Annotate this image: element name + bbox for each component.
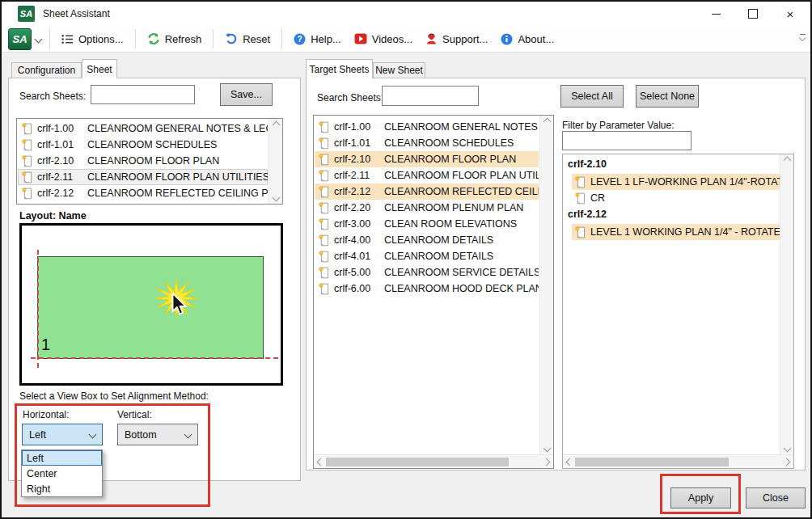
- scroll-up-icon[interactable]: [272, 121, 280, 129]
- toolbar-overflow-icon[interactable]: [797, 34, 807, 40]
- vertical-alignment-select[interactable]: Bottom: [117, 424, 198, 445]
- sheet-assistant-window: SA Sheet Assistant × SA Options...Refres…: [0, 0, 812, 519]
- title-bar: SA Sheet Assistant ×: [2, 2, 810, 26]
- scroll-left-icon[interactable]: [566, 458, 574, 466]
- close-dialog-button[interactable]: Close: [746, 487, 806, 508]
- bottom-alignment-guide: [31, 357, 278, 359]
- sheet-name: CLEANROOM REFLECTED CEILING PLAN: [384, 186, 539, 197]
- toolbar-button-help[interactable]: ?Help...: [287, 30, 348, 49]
- list-item[interactable]: crlf-2.10CLEANROOM FLOOR PLAN: [18, 153, 268, 169]
- list-item[interactable]: crlf-2.11CLEANROOM FLOOR PLAN UTILITIES: [315, 167, 539, 184]
- list-item[interactable]: crlf-2.20CLEANROOM PLENUM PLAN: [315, 200, 539, 216]
- options-list-icon: [61, 33, 74, 45]
- sheet-name: CLEANROOM HOOD DECK PLANS: [384, 283, 539, 294]
- maximize-button[interactable]: [734, 2, 772, 26]
- scroll-up-icon[interactable]: [543, 118, 551, 126]
- select-all-button[interactable]: Select All: [560, 85, 624, 108]
- toolbar-button-videos[interactable]: Videos...: [348, 30, 419, 49]
- horizontal-alignment-select[interactable]: Left: [22, 424, 103, 445]
- scroll-down-icon[interactable]: [272, 194, 280, 202]
- toolbar-button-about[interactable]: About...: [494, 30, 560, 49]
- tree-item-label: CR: [590, 192, 605, 204]
- list-item[interactable]: crlf-1.00CLEANROOM GENERAL NOTES & LEGEN…: [315, 119, 539, 135]
- sheet-name: CLEANROOM SERVICE DETAILS: [384, 267, 539, 278]
- list-item[interactable]: crlf-2.10CLEANROOM FLOOR PLAN: [315, 151, 539, 167]
- sheet-icon: [318, 282, 329, 295]
- toolbar: SA Options...RefreshReset?Help...Videos.…: [2, 26, 810, 53]
- tree-item[interactable]: LEVEL 1 WORKING PLAN 1/4" - ROTATED-ON: [572, 224, 780, 240]
- tab-configuration[interactable]: Configuration: [11, 62, 82, 78]
- sheet-number: crlf-4.00: [334, 234, 379, 246]
- close-button[interactable]: ×: [772, 2, 809, 26]
- sheet-icon: [318, 169, 329, 182]
- toolbar-button-support[interactable]: Support...: [419, 30, 494, 49]
- list-item[interactable]: crlf-2.12CLEANROOM REFLECTED CEILING PLA…: [315, 184, 539, 200]
- apply-button[interactable]: Apply: [670, 487, 731, 508]
- list-item[interactable]: crlf-1.00CLEANROOM GENERAL NOTES & LEGEN…: [18, 120, 268, 137]
- list-item[interactable]: crlf-2.12CLEANROOM REFLECTED CEILING PLA…: [18, 185, 268, 201]
- tab-target-sheets[interactable]: Target Sheets: [306, 59, 373, 78]
- left-list-vertical-scrollbar[interactable]: [269, 119, 282, 204]
- toolbar-separator: [281, 29, 282, 49]
- scroll-left-icon[interactable]: [317, 458, 325, 466]
- layout-preview[interactable]: 1: [19, 223, 283, 386]
- scroll-right-icon[interactable]: [543, 458, 551, 466]
- scroll-down-icon[interactable]: [543, 445, 551, 453]
- list-item[interactable]: crlf-6.00CLEANROOM HOOD DECK PLANS: [315, 281, 539, 297]
- dropdown-option-center[interactable]: Center: [22, 466, 102, 481]
- sheet-name: CLEANROOM SCHEDULES: [384, 137, 514, 149]
- scroll-right-icon[interactable]: [783, 458, 791, 466]
- dropdown-option-left[interactable]: Left: [22, 450, 102, 466]
- scrollbar-thumb[interactable]: [575, 458, 729, 466]
- right-search-input[interactable]: [382, 86, 479, 106]
- toolbar-button-refresh[interactable]: Refresh: [141, 29, 209, 49]
- tab-sheet[interactable]: Sheet: [82, 59, 117, 78]
- minimize-button[interactable]: [697, 2, 734, 26]
- toolbar-button-label: Options...: [78, 33, 124, 45]
- logo-dropdown-icon[interactable]: [35, 35, 43, 43]
- list-item[interactable]: crlf-2.11CLEANROOM FLOOR PLAN UTILITIES: [18, 169, 268, 185]
- toolbar-button-reset[interactable]: Reset: [218, 29, 277, 49]
- list-item[interactable]: crlf-1.01CLEANROOM SCHEDULES: [315, 135, 539, 151]
- tab-new-sheet[interactable]: New Sheet: [373, 62, 425, 78]
- sheet-number: crlf-2.12: [334, 186, 379, 197]
- sheet-number: crlf-2.11: [334, 170, 379, 181]
- scrollbar-thumb[interactable]: [326, 458, 509, 466]
- sheet-icon: [21, 187, 32, 200]
- sheet-icon: [318, 234, 329, 247]
- scroll-down-icon[interactable]: [783, 445, 791, 453]
- save-button[interactable]: Save...: [220, 83, 273, 106]
- sheet-number: crlf-3.00: [334, 218, 379, 230]
- tree-vertical-scrollbar[interactable]: [780, 154, 793, 454]
- scroll-up-icon[interactable]: [783, 157, 791, 165]
- target-list-vertical-scrollbar[interactable]: [539, 116, 553, 454]
- sheet-name: CLEANROOM GENERAL NOTES & LEGEND: [384, 121, 539, 133]
- sheet-icon: [574, 226, 586, 238]
- chevron-down-icon: [89, 431, 97, 439]
- tree-item[interactable]: CR: [572, 190, 780, 206]
- list-item[interactable]: crlf-5.00CLEANROOM SERVICE DETAILS: [315, 264, 539, 281]
- svg-text:?: ?: [298, 35, 302, 44]
- list-item[interactable]: crlf-1.01CLEANROOM SCHEDULES: [18, 137, 268, 153]
- tree-group-header: crlf-2.10: [564, 156, 780, 174]
- toolbar-button-label: Support...: [442, 33, 488, 45]
- sheet-icon: [318, 153, 329, 166]
- filter-label: Filter by Parameter Value:: [562, 120, 675, 131]
- app-logo-button[interactable]: SA: [8, 28, 32, 50]
- target-list-horizontal-scrollbar[interactable]: [314, 454, 553, 468]
- list-item[interactable]: crlf-3.00CLEAN ROOM ELEVATIONS: [315, 216, 539, 232]
- list-item[interactable]: crlf-4.01CLEANROOM DETAILS: [315, 248, 539, 264]
- filter-input[interactable]: [562, 131, 691, 150]
- reset-icon: [225, 32, 238, 45]
- left-search-input[interactable]: [91, 85, 195, 104]
- sheet-number: crlf-2.20: [334, 202, 379, 213]
- tree-horizontal-scrollbar[interactable]: [563, 454, 793, 468]
- horizontal-label: Horizontal:: [23, 409, 69, 420]
- tree-item[interactable]: LEVEL 1 LF-WORKING PLAN 1/4"-ROTATED-C: [572, 174, 780, 190]
- list-item[interactable]: crlf-4.00CLEANROOM DETAILS: [315, 232, 539, 248]
- sheet-icon: [318, 185, 329, 198]
- select-none-button[interactable]: Select None: [636, 85, 699, 108]
- dropdown-option-right[interactable]: Right: [22, 481, 102, 496]
- toolbar-button-options[interactable]: Options...: [55, 30, 130, 49]
- app-icon: SA: [18, 6, 35, 22]
